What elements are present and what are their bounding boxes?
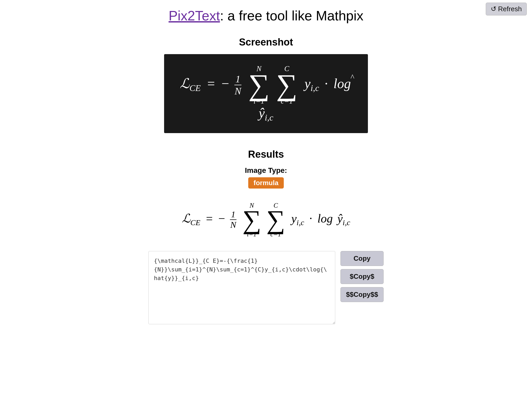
copy-buttons-container: Copy $Copy$ $$Copy$$ [340,251,384,302]
image-type-container: Image Type: formula [245,166,287,189]
pix2text-link[interactable]: Pix2Text [169,8,220,23]
formula-badge: formula [248,177,284,189]
image-type-label: Image Type: [245,166,287,175]
latex-output-area: {\mathcal{L}}_{C E}=-{\frac{1} {N}}\sum_… [148,251,384,324]
results-section: Results Image Type: formula ℒCE = − 1 N … [0,149,532,324]
refresh-label: Refresh [498,5,522,13]
refresh-button[interactable]: ↺ Refresh [486,3,527,15]
formula-image-display: ℒCE = − 1 N N ∑ i=1 C ∑ c=1 yi,c · log ^ [180,65,352,123]
screenshot-section-label: Screenshot [239,37,293,48]
copy-button[interactable]: Copy [340,251,384,266]
page-title: Pix2Text: a free tool like Mathpix [169,8,363,24]
latex-textarea[interactable]: {\mathcal{L}}_{C E}=-{\frac{1} {N}}\sum_… [148,251,335,324]
copy-display-button[interactable]: $$Copy$$ [340,287,384,302]
screenshot-image: ℒCE = − 1 N N ∑ i=1 C ∑ c=1 yi,c · log ^ [164,54,368,133]
results-section-label: Results [248,149,284,160]
copy-inline-button[interactable]: $Copy$ [340,269,384,284]
formula-result-rendered: ℒCE = − 1 N N ∑ i=1 C ∑ c=1 yi,c · log ŷ… [182,202,350,238]
refresh-icon: ↺ [491,5,496,13]
